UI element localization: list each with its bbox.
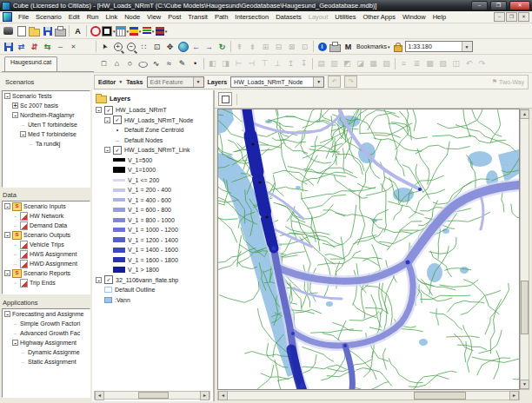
- scrollbar-track[interactable]: [104, 392, 200, 399]
- catalog-tab[interactable]: Haugesund.cat: [4, 56, 57, 71]
- legend-item-v-1-200[interactable]: V_1 <= 200: [94, 175, 213, 186]
- save-icon[interactable]: [2, 41, 15, 53]
- tree-item-highway-assignment[interactable]: -Highway Assignment: [3, 338, 90, 347]
- find-icon[interactable]: M: [342, 41, 355, 53]
- mdi-restore-button[interactable]: ❐: [506, 12, 517, 22]
- circle-tool-icon[interactable]: ○: [123, 57, 136, 69]
- world-icon[interactable]: [176, 41, 190, 53]
- tree-item-trip-ends[interactable]: –Trip Ends: [3, 278, 90, 287]
- tree-item-med-t-forbindelse[interactable]: -Med T forbindelse: [3, 129, 90, 139]
- network-window-icon[interactable]: ⇄: [15, 41, 28, 53]
- tree-item-dynamic-assignme[interactable]: –Dynamic Assignme: [3, 347, 90, 357]
- collapse-icon[interactable]: -: [96, 277, 102, 283]
- scrollbar-thumb[interactable]: [521, 281, 529, 334]
- legend-item-hw-loads-nrmt-node[interactable]: -HW_Loads_NRmT_Node: [94, 116, 213, 126]
- layer-checkbox[interactable]: [113, 116, 122, 124]
- tree-item-hw-network[interactable]: –HW Network: [3, 211, 90, 221]
- collapse-icon[interactable]: -: [20, 131, 26, 137]
- legend-item-v-1-800-1000[interactable]: V_1 = 800 - 1000: [94, 215, 213, 226]
- refresh-icon[interactable]: ↻: [216, 41, 229, 53]
- chevron-down-icon[interactable]: ▼: [462, 42, 472, 51]
- rectangle-tool-icon[interactable]: □: [97, 57, 110, 69]
- back-icon[interactable]: ←: [190, 41, 203, 53]
- legend-item-v-1-1200-1400[interactable]: V_1 = 1200 - 1400: [94, 235, 213, 246]
- scroll-right-arrow[interactable]: ►: [200, 391, 209, 400]
- bookmarks-button[interactable]: Bookmarks ▾: [355, 41, 392, 53]
- legend-item-v-1-1000-1200[interactable]: V_1 = 1000 - 1200: [94, 225, 213, 235]
- collapse-icon[interactable]: -: [12, 112, 18, 118]
- color-scheme-dropdown[interactable]: ▾: [155, 25, 168, 37]
- collapse-icon[interactable]: -: [4, 93, 10, 99]
- map-canvas[interactable]: [217, 109, 520, 390]
- collapse-icon[interactable]: -: [4, 270, 10, 276]
- zoom-out-icon[interactable]: [124, 41, 137, 53]
- tree-item-scenario-tests[interactable]: -Scenario Tests: [3, 91, 90, 101]
- text-format-icon[interactable]: A: [71, 25, 84, 37]
- scroll-left-arrow[interactable]: ◄: [95, 391, 104, 400]
- link-display-dropdown[interactable]: ▾: [116, 25, 130, 37]
- tree-item-ta-rundkj[interactable]: –Ta rundkj: [3, 139, 90, 149]
- forward-icon[interactable]: →: [203, 41, 216, 53]
- tree-item-scenario-inputs[interactable]: -SScenario Inputs: [3, 202, 90, 211]
- mdi-minimize-button[interactable]: –: [494, 12, 505, 22]
- lock-extent-button[interactable]: [392, 41, 405, 53]
- collapse-icon[interactable]: -: [12, 340, 18, 346]
- chevron-down-icon[interactable]: ▼: [193, 77, 203, 87]
- legend-item-v-1-1600-1800[interactable]: V_1 = 1600 - 1800: [94, 255, 213, 266]
- tree-item-scenario-reports[interactable]: -SScenario Reports: [3, 268, 90, 278]
- menu-help[interactable]: Help: [429, 12, 449, 22]
- menu-view[interactable]: View: [143, 12, 164, 22]
- collapse-icon[interactable]: -: [104, 117, 110, 123]
- tree-item-hws-assignment[interactable]: –HWS Assignment: [3, 249, 90, 259]
- scrollbar-track[interactable]: [228, 392, 509, 400]
- catalog-icon[interactable]: [2, 25, 15, 37]
- menu-path[interactable]: Path: [211, 12, 231, 22]
- legend-item-hw-loads-nrmt-link[interactable]: -HW_Loads_NRmT_Link: [94, 145, 213, 155]
- print-icon[interactable]: [54, 25, 67, 37]
- legend-item-default-outline[interactable]: Default Outline: [94, 285, 213, 295]
- menu-transit[interactable]: Transit: [184, 12, 211, 22]
- mdi-close-button[interactable]: ✕: [518, 12, 529, 22]
- select-cursor-icon[interactable]: ➤: [98, 41, 111, 53]
- tree-item-hwd-assignment[interactable]: –HWD Assignment: [3, 259, 90, 268]
- tree-item-sc-2007-basis[interactable]: +Sc 2007 basis: [3, 101, 90, 110]
- tree-item-forecasting-and-assignme[interactable]: -Forecasting and Assignme: [3, 309, 90, 319]
- layer-checkbox[interactable]: [104, 106, 113, 115]
- curve-tool-icon[interactable]: ≈: [163, 57, 176, 69]
- map-vertical-scrollbar[interactable]: ▲ ▼: [520, 109, 529, 390]
- map-select-button[interactable]: [218, 92, 232, 106]
- minimize-toolbar-icon[interactable]: –: [54, 41, 67, 53]
- menu-edit[interactable]: Edit: [65, 12, 83, 22]
- menu-other-apps[interactable]: Other Apps: [359, 12, 399, 22]
- zoom-extent-icon[interactable]: ∷: [137, 41, 150, 53]
- chevron-down-icon[interactable]: ▼: [313, 77, 323, 87]
- posting-dropdown[interactable]: ▾: [129, 25, 142, 37]
- minimize-button[interactable]: –: [471, 1, 488, 10]
- legend-item-v-1-600-800[interactable]: V_1 = 600 - 800: [94, 205, 213, 215]
- page-layout-icon[interactable]: [329, 41, 342, 53]
- legend-item-default-nodes[interactable]: –Default Nodes: [94, 135, 213, 146]
- tasks-combo[interactable]: Edit Feature ▼: [147, 76, 204, 88]
- legend-item-v-1-1800[interactable]: V_1 > 1800: [94, 265, 213, 275]
- close-button[interactable]: ✕: [509, 1, 530, 10]
- collapse-icon[interactable]: -: [96, 107, 102, 113]
- network-merge-icon[interactable]: ⇆: [41, 41, 54, 53]
- save-icon[interactable]: [41, 25, 54, 37]
- menu-intersection[interactable]: Intersection: [231, 12, 272, 22]
- legend-item-32-1106vann-flate-shp[interactable]: -32_1106vann_flate.shp: [94, 275, 213, 286]
- legend-item-v-1-400-600[interactable]: V_1 = 400 - 600: [94, 195, 213, 206]
- polygon-tool-icon[interactable]: ⌂: [110, 57, 123, 69]
- ellipse-tool-icon[interactable]: ◯: [136, 57, 150, 69]
- tree-item-uten-t-forbindelse[interactable]: –Uten T forbindelse: [3, 120, 90, 129]
- collapse-icon[interactable]: -: [4, 232, 10, 238]
- tree-item-static-assignment[interactable]: –Static Assignment: [3, 357, 90, 367]
- menu-node[interactable]: Node: [121, 12, 143, 22]
- intersection-icon[interactable]: [89, 25, 102, 37]
- menu-datasets[interactable]: Datasets: [272, 12, 305, 22]
- multibands-dropdown[interactable]: ▾: [142, 25, 155, 37]
- legend-item-vann[interactable]: :Vann: [94, 295, 213, 306]
- tree-item-simple-growth-factori[interactable]: –Simple Growth Factori: [3, 319, 90, 328]
- menu-file[interactable]: File: [15, 12, 32, 22]
- layer-checkbox[interactable]: [104, 275, 113, 284]
- tree-item-demand-data[interactable]: –Demand Data: [3, 221, 90, 230]
